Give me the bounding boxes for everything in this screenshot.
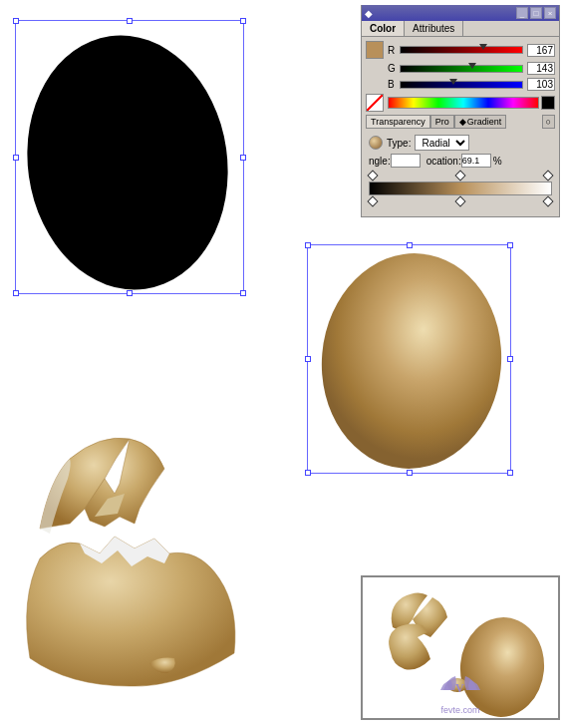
g-thumb[interactable] bbox=[468, 63, 476, 69]
svg-text:V: V bbox=[455, 681, 464, 695]
gradient-bar[interactable] bbox=[369, 182, 552, 195]
canvas-area: ◆ _ □ × Color Attributes R 167 bbox=[0, 0, 565, 728]
tan-egg-container bbox=[307, 244, 521, 484]
radial-preview bbox=[369, 136, 383, 150]
close-button[interactable]: × bbox=[544, 7, 556, 19]
g-slider[interactable] bbox=[400, 65, 523, 73]
color-swatch[interactable] bbox=[366, 41, 384, 59]
panel-tabs: Color Attributes bbox=[362, 21, 559, 37]
svg-point-1 bbox=[313, 246, 510, 476]
svg-point-2 bbox=[456, 614, 548, 718]
tab-gradient[interactable]: ◆ Gradient bbox=[454, 115, 507, 129]
tab-color[interactable]: Color bbox=[362, 21, 405, 36]
gradient-icon: ◆ bbox=[459, 117, 466, 127]
section-tabs: Transparency Pro ◆ Gradient ○ bbox=[366, 115, 555, 129]
r-value[interactable]: 167 bbox=[527, 44, 555, 57]
tab-attributes[interactable]: Attributes bbox=[405, 21, 463, 36]
panel-body: R 167 G 143 B bbox=[362, 37, 559, 216]
r-label: R bbox=[388, 45, 398, 56]
tab-transparency[interactable]: Transparency bbox=[366, 115, 430, 129]
type-select[interactable]: Radial bbox=[415, 135, 469, 151]
type-row: Type: Radial bbox=[369, 135, 552, 151]
gradient-bar-container bbox=[369, 172, 552, 205]
stop-right-top[interactable] bbox=[542, 170, 553, 181]
angle-location-row: ngle: ocation: % bbox=[369, 154, 552, 168]
r-channel-row: R 167 bbox=[366, 41, 555, 59]
location-input[interactable] bbox=[461, 154, 491, 168]
properties-panel: ◆ _ □ × Color Attributes R 167 bbox=[361, 5, 560, 217]
stop-right-bot[interactable] bbox=[542, 195, 553, 206]
gradient-top-stops bbox=[369, 172, 552, 180]
panel-title: ◆ bbox=[365, 8, 373, 19]
b-channel-row: B 103 bbox=[366, 78, 555, 91]
location-label: ocation: bbox=[426, 156, 461, 167]
thumbnail-content: V fevte.com bbox=[363, 577, 558, 718]
gradient-section: Type: Radial ngle: ocation: % bbox=[366, 132, 555, 212]
gradient-bottom-stops bbox=[369, 197, 552, 205]
rainbow-bar[interactable] bbox=[388, 97, 539, 109]
more-button[interactable]: ○ bbox=[542, 115, 555, 129]
angle-label: ngle: bbox=[369, 156, 391, 167]
color-spectrum-row bbox=[366, 94, 555, 112]
g-channel-row: G 143 bbox=[366, 62, 555, 75]
g-label: G bbox=[388, 63, 398, 74]
b-value[interactable]: 103 bbox=[527, 78, 555, 91]
broken-egg-svg bbox=[0, 379, 279, 688]
stop-mid-top[interactable] bbox=[454, 170, 465, 181]
b-slider[interactable] bbox=[400, 81, 523, 89]
r-slider[interactable] bbox=[400, 46, 523, 54]
maximize-button[interactable]: □ bbox=[530, 7, 542, 19]
watermark-container: V bbox=[435, 670, 485, 700]
black-swatch[interactable] bbox=[541, 96, 555, 110]
panel-titlebar: ◆ _ □ × bbox=[362, 5, 559, 21]
location-unit: % bbox=[493, 156, 502, 167]
stop-left-top[interactable] bbox=[367, 170, 378, 181]
tab-pro[interactable]: Pro bbox=[430, 115, 454, 129]
r-thumb[interactable] bbox=[479, 44, 487, 50]
b-thumb[interactable] bbox=[449, 79, 457, 85]
wings-logo: V bbox=[435, 670, 485, 698]
stop-mid-bot[interactable] bbox=[454, 195, 465, 206]
b-label: B bbox=[388, 79, 398, 90]
angle-input[interactable] bbox=[391, 154, 421, 168]
type-label: Type: bbox=[387, 138, 411, 149]
stop-left-bot[interactable] bbox=[367, 195, 378, 206]
no-color-swatch[interactable] bbox=[366, 94, 384, 112]
watermark-text: fevte.com bbox=[363, 705, 558, 715]
thumbnail-box: V fevte.com bbox=[361, 575, 560, 720]
svg-point-0 bbox=[11, 22, 244, 299]
tan-egg-svg bbox=[309, 246, 518, 481]
g-value[interactable]: 143 bbox=[527, 62, 555, 75]
titlebar-buttons: _ □ × bbox=[516, 7, 556, 19]
black-egg-svg bbox=[10, 15, 249, 299]
black-egg-container bbox=[10, 15, 259, 304]
minimize-button[interactable]: _ bbox=[516, 7, 528, 19]
